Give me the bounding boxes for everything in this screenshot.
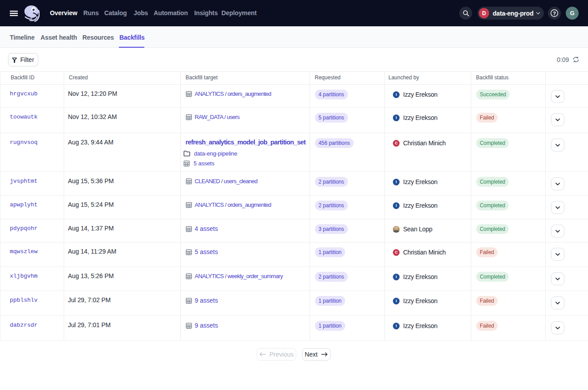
svg-text:?: ? xyxy=(553,11,556,16)
